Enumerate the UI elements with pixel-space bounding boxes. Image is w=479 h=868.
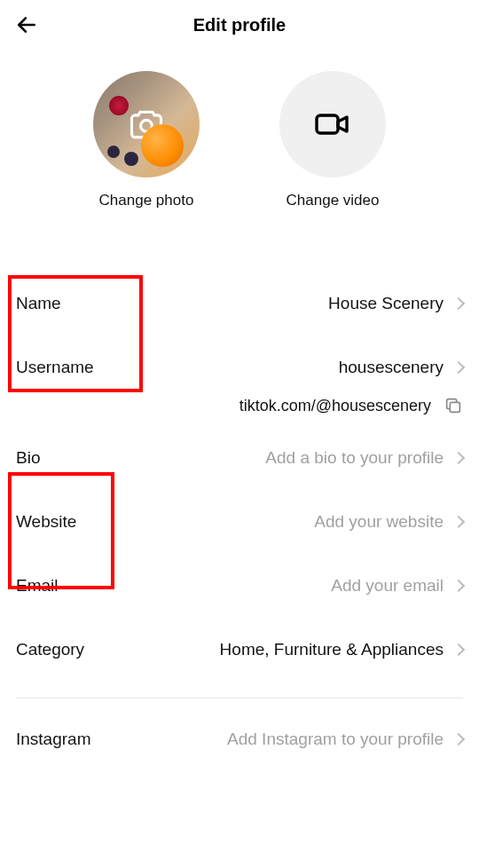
- profile-video: [279, 71, 386, 178]
- svg-rect-3: [450, 402, 459, 412]
- instagram-value: Add Instagram to your profile: [227, 730, 463, 749]
- email-label: Email: [16, 576, 59, 596]
- change-video-label: Change video: [287, 192, 380, 209]
- category-label: Category: [16, 640, 84, 659]
- change-video[interactable]: Change video: [279, 71, 386, 209]
- change-photo[interactable]: Change photo: [93, 71, 200, 209]
- website-label: Website: [16, 512, 76, 532]
- name-label: Name: [16, 294, 61, 313]
- back-button[interactable]: [14, 12, 39, 37]
- divider: [16, 698, 463, 698]
- profile-url: tiktok.com/@housescenery: [240, 397, 431, 415]
- chevron-right-icon: [452, 643, 465, 656]
- svg-point-1: [141, 120, 153, 131]
- chevron-right-icon: [452, 452, 465, 464]
- email-row[interactable]: Email Add your email: [0, 554, 479, 618]
- chevron-right-icon: [452, 297, 465, 310]
- website-value: Add your website: [314, 512, 463, 532]
- bio-label: Bio: [16, 448, 40, 468]
- video-icon: [311, 103, 354, 146]
- instagram-label: Instagram: [16, 730, 90, 749]
- change-photo-label: Change photo: [99, 192, 194, 209]
- chevron-right-icon: [452, 733, 465, 746]
- page-title: Edit profile: [193, 15, 286, 36]
- svg-rect-2: [317, 115, 338, 133]
- chevron-right-icon: [452, 516, 465, 528]
- category-value: Home, Furniture & Appliances: [220, 640, 463, 659]
- chevron-right-icon: [452, 580, 465, 592]
- annotation-arrows: [0, 771, 479, 868]
- name-value: House Scenery: [328, 294, 463, 313]
- camera-icon: [127, 105, 166, 144]
- username-row[interactable]: Username housescenery: [0, 335, 479, 399]
- bio-row[interactable]: Bio Add a bio to your profile: [0, 426, 479, 490]
- instagram-row[interactable]: Instagram Add Instagram to your profile: [0, 707, 479, 771]
- bio-value: Add a bio to your profile: [265, 448, 463, 468]
- email-value: Add your email: [331, 576, 463, 596]
- website-row[interactable]: Website Add your website: [0, 490, 479, 554]
- copy-icon[interactable]: [444, 396, 463, 415]
- chevron-right-icon: [452, 361, 465, 374]
- category-row[interactable]: Category Home, Furniture & Appliances: [0, 618, 479, 682]
- back-arrow-icon: [15, 13, 38, 36]
- profile-url-row[interactable]: tiktok.com/@housescenery: [0, 396, 479, 415]
- username-label: Username: [16, 358, 94, 377]
- profile-photo: [93, 71, 200, 178]
- name-row[interactable]: Name House Scenery: [0, 272, 479, 335]
- username-value: housescenery: [339, 358, 463, 377]
